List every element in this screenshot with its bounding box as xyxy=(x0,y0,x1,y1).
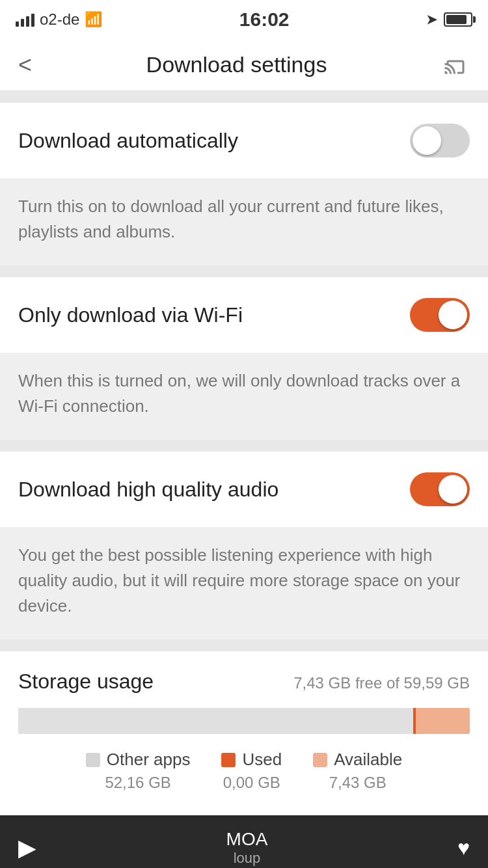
legend-used: Used 0,00 GB xyxy=(221,750,282,792)
location-icon: ➤ xyxy=(426,12,437,27)
wifi-only-description: When this is turned on, we will only dow… xyxy=(0,353,488,440)
storage-free-text: 7,43 GB free of 59,59 GB xyxy=(293,674,470,692)
legend-used-value: 0,00 GB xyxy=(223,774,280,792)
high-quality-row: Download high quality audio xyxy=(0,452,488,527)
legend-available-label: Available xyxy=(334,750,402,770)
battery-icon xyxy=(444,12,472,27)
cast-button[interactable] xyxy=(441,53,470,77)
carrier-text: o2-de xyxy=(40,10,79,29)
bar-available xyxy=(416,708,470,734)
status-bar: o2-de 📶 16:02 ➤ xyxy=(0,0,488,39)
storage-legend: Other apps 52,16 GB Used 0,00 GB Availab… xyxy=(18,750,470,792)
download-auto-description: Turn this on to download all your curren… xyxy=(0,178,488,265)
storage-section: Storage usage 7,43 GB free of 59,59 GB O… xyxy=(0,651,488,815)
storage-title: Storage usage xyxy=(18,670,154,694)
divider-2 xyxy=(0,265,488,277)
legend-available: Available 7,43 GB xyxy=(313,750,402,792)
dot-other-apps xyxy=(86,753,100,767)
storage-bar xyxy=(18,708,470,734)
high-quality-toggle[interactable] xyxy=(410,472,470,506)
bar-other xyxy=(18,708,413,734)
status-right: ➤ xyxy=(426,12,472,27)
like-button[interactable]: ♥ xyxy=(457,836,470,860)
dot-available xyxy=(313,753,327,767)
toggle-knob-wifi xyxy=(439,301,467,329)
back-button[interactable]: < xyxy=(18,53,32,77)
divider-3 xyxy=(0,440,488,452)
legend-other-label: Other apps xyxy=(107,750,191,770)
player-info: MOA loup xyxy=(36,829,457,867)
download-auto-row: Download automatically xyxy=(0,103,488,178)
toggle-knob xyxy=(413,126,441,155)
signal-bars xyxy=(16,12,34,27)
high-quality-label: Download high quality audio xyxy=(18,478,278,502)
high-quality-description: You get the best possible listening expe… xyxy=(0,527,488,640)
play-pause-button[interactable]: ▶ xyxy=(18,834,36,861)
storage-header: Storage usage 7,43 GB free of 59,59 GB xyxy=(18,670,470,694)
main-content: Download automatically Turn this on to d… xyxy=(0,91,488,815)
download-auto-toggle[interactable] xyxy=(410,124,470,157)
wifi-icon: 📶 xyxy=(85,11,102,28)
mini-player: ▶ MOA loup ♥ xyxy=(0,815,488,868)
divider-4 xyxy=(0,640,488,651)
header: < Download settings xyxy=(0,39,488,91)
legend-other-value: 52,16 GB xyxy=(105,774,170,792)
page-title: Download settings xyxy=(146,52,327,77)
toggle-knob-hq xyxy=(439,475,467,504)
wifi-only-row: Only download via Wi-Fi xyxy=(0,277,488,353)
legend-other-apps: Other apps 52,16 GB xyxy=(86,750,191,792)
wifi-only-label: Only download via Wi-Fi xyxy=(18,303,243,327)
dot-used xyxy=(221,753,236,767)
player-track-title: MOA xyxy=(36,829,457,850)
status-time: 16:02 xyxy=(239,8,290,31)
legend-used-label: Used xyxy=(242,750,282,770)
status-left: o2-de 📶 xyxy=(16,10,102,29)
divider-1 xyxy=(0,91,488,103)
wifi-only-toggle[interactable] xyxy=(410,298,470,332)
player-artist-name: loup xyxy=(36,850,457,867)
download-auto-label: Download automatically xyxy=(18,129,238,153)
legend-available-value: 7,43 GB xyxy=(329,774,386,792)
